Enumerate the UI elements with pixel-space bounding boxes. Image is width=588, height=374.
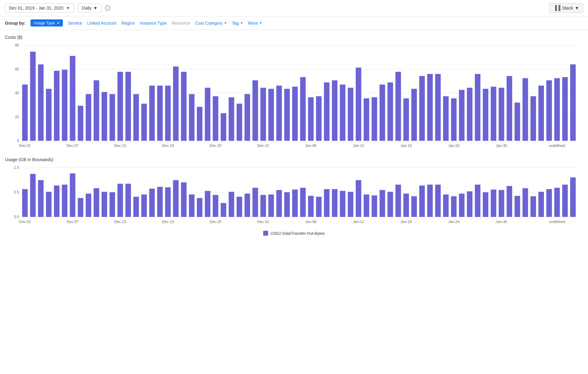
date-range-button[interactable]: Dec 01, 2019 - Jan 31, 2020 ▼ xyxy=(5,3,74,13)
stack-chart-icon: ▐▐ xyxy=(553,5,560,11)
tag-label: Tag xyxy=(232,21,239,26)
cost-category-label: Cost Category xyxy=(195,21,223,26)
legend-label: USE2-DataTransfer-Out-Bytes xyxy=(271,231,325,236)
granularity-button[interactable]: Daily ▼ xyxy=(78,3,102,13)
nav-more[interactable]: More ▼ xyxy=(248,20,262,26)
cost-category-dropdown-icon: ▼ xyxy=(224,21,227,25)
costs-chart-title: Costs ($) xyxy=(5,35,583,40)
granularity-label: Daily xyxy=(82,6,92,10)
usage-chart xyxy=(5,165,583,226)
nav-region[interactable]: Region xyxy=(121,20,135,26)
legend-area: USE2-DataTransfer-Out-Bytes xyxy=(5,227,583,238)
date-range-chevron-icon: ▼ xyxy=(66,6,70,10)
costs-chart xyxy=(5,42,583,150)
chart-area: Costs ($) Usage (GB in thousands) USE2-D… xyxy=(0,30,588,238)
remove-tag-icon[interactable]: ✕ xyxy=(57,21,60,25)
usage-type-label: Usage Type xyxy=(34,21,55,25)
usage-chart-wrapper xyxy=(5,165,583,227)
stack-chevron-icon: ▼ xyxy=(575,6,579,10)
nav-tag[interactable]: Tag ▼ xyxy=(232,20,243,26)
costs-chart-wrapper xyxy=(5,42,583,151)
group-by-label: Group by: xyxy=(5,21,26,26)
date-range-label: Dec 01, 2019 - Jan 31, 2020 xyxy=(9,6,63,10)
top-bar: Dec 01, 2019 - Jan 31, 2020 ▼ Daily ▼ i … xyxy=(0,0,588,16)
nav-service[interactable]: Service xyxy=(68,20,82,26)
nav-linked-account[interactable]: Linked Account xyxy=(87,20,116,26)
tag-dropdown-icon: ▼ xyxy=(240,21,243,25)
more-dropdown-icon: ▼ xyxy=(259,21,262,25)
nav-resource: Resource xyxy=(172,20,190,26)
nav-cost-category[interactable]: Cost Category ▼ xyxy=(195,20,227,26)
more-label: More xyxy=(248,21,258,26)
nav-instance-type[interactable]: Instance Type xyxy=(140,20,167,26)
legend-swatch xyxy=(263,231,268,236)
usage-chart-title: Usage (GB in thousands) xyxy=(5,157,583,162)
stack-button[interactable]: ▐▐ Stack ▼ xyxy=(549,3,583,13)
group-by-bar: Group by: Usage Type ✕ Service Linked Ac… xyxy=(0,16,588,30)
usage-type-tag[interactable]: Usage Type ✕ xyxy=(31,19,63,26)
stack-label: Stack xyxy=(562,6,573,10)
info-icon[interactable]: i xyxy=(105,5,110,11)
granularity-chevron-icon: ▼ xyxy=(93,6,98,10)
